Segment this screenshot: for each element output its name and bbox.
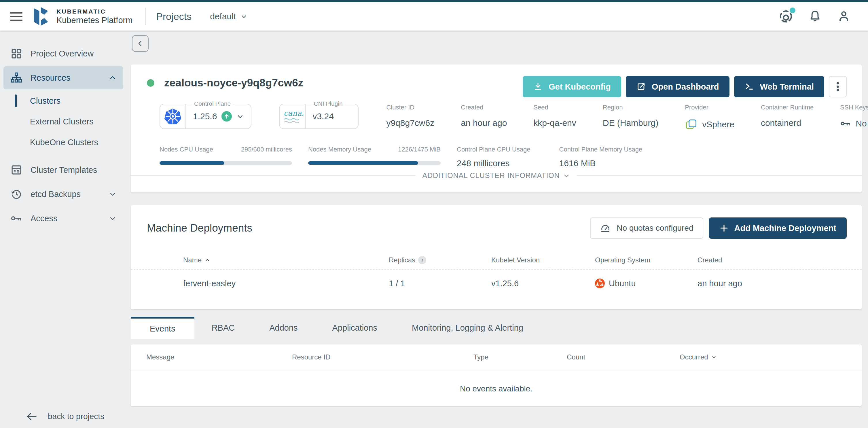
cluster-details-card: zealous-noyce-y9q8g7cw6z Get Kubeconfig <box>131 64 862 192</box>
sidebar-item-resources[interactable]: Resources <box>3 66 123 89</box>
sidebar-item-project-overview[interactable]: Project Overview <box>3 42 123 65</box>
info-provider: Provider vSphere <box>685 104 734 131</box>
chevron-down-icon <box>109 190 116 198</box>
additional-cluster-information-toggle[interactable]: ADDITIONAL CLUSTER INFORMATION <box>415 172 577 180</box>
sidebar-item-label: etcd Backups <box>31 189 81 199</box>
grid-icon <box>10 48 23 60</box>
tab-rbac[interactable]: RBAC <box>194 317 252 339</box>
column-operating-system: Operating System <box>595 256 698 264</box>
sidebar-item-kubeone-clusters[interactable]: KubeOne Clusters <box>0 132 127 153</box>
external-link-icon <box>636 82 646 92</box>
sort-desc-icon <box>711 354 717 360</box>
column-occurred[interactable]: Occurred <box>680 353 862 361</box>
cni-plugin-label: CNI Plugin <box>311 100 345 107</box>
machine-deployment-row[interactable]: fervent-easley 1 / 1 v1.25.6 Ubuntu an h… <box>131 270 862 297</box>
control-plane-memory-usage: Control Plane Memory Usage 1616 MiB <box>559 146 643 168</box>
cluster-tabs: Events RBAC Addons Applications Monitori… <box>131 317 862 339</box>
get-kubeconfig-label: Get Kubeconfig <box>549 82 611 92</box>
app-header: KUBERMATIC Kubernetes Platform Projects … <box>0 2 868 31</box>
key-icon <box>10 212 23 224</box>
machine-deployments-table-header: Name Replicas i Kubelet Version Operatin… <box>131 251 862 270</box>
open-dashboard-button[interactable]: Open Dashboard <box>626 76 730 97</box>
menu-icon[interactable] <box>10 10 23 23</box>
column-name[interactable]: Name <box>183 256 389 264</box>
info-container-runtime: Container Runtime containerd <box>761 104 813 128</box>
nodes-cpu-usage: Nodes CPU Usage 295/600 millicores <box>159 146 292 168</box>
get-kubeconfig-button[interactable]: Get Kubeconfig <box>523 76 621 97</box>
sidebar: Project Overview Resources Clusters Exte… <box>0 31 127 428</box>
main-content: zealous-noyce-y9q8g7cw6z Get Kubeconfig <box>127 31 868 428</box>
info-icon[interactable]: i <box>418 256 426 264</box>
download-icon <box>533 82 543 92</box>
sitemap-icon <box>10 72 23 84</box>
tab-events[interactable]: Events <box>131 317 194 339</box>
terminal-icon <box>744 82 754 92</box>
kebab-icon <box>837 81 839 92</box>
md-kubelet-version: v1.25.6 <box>491 279 595 288</box>
cluster-more-actions-button[interactable] <box>829 76 847 97</box>
add-machine-deployment-label: Add Machine Deployment <box>734 223 837 233</box>
sidebar-item-external-clusters[interactable]: External Clusters <box>0 111 127 132</box>
chevron-left-icon <box>136 39 144 48</box>
ubuntu-icon <box>595 278 605 288</box>
control-plane-version-widget[interactable]: Control Plane 1.25.6 <box>159 104 251 129</box>
cni-plugin-widget: canal CNI Plugin v3.24 <box>279 104 359 129</box>
info-ssh-keys: SSH Keys No assigned keys <box>840 104 868 129</box>
back-button[interactable] <box>132 35 149 52</box>
arrow-left-icon <box>26 412 37 421</box>
additional-cluster-information: ADDITIONAL CLUSTER INFORMATION <box>131 172 862 180</box>
sidebar-item-access[interactable]: Access <box>3 207 123 230</box>
brand-name: KUBERMATIC <box>57 8 132 15</box>
column-kubelet-version: Kubelet Version <box>491 256 595 264</box>
additional-cluster-information-label: ADDITIONAL CLUSTER INFORMATION <box>423 172 560 180</box>
svg-text:canal: canal <box>284 109 303 118</box>
brand-logo[interactable]: KUBERMATIC Kubernetes Platform <box>32 6 132 27</box>
add-machine-deployment-button[interactable]: Add Machine Deployment <box>709 217 847 239</box>
cni-plugin-version: v3.24 <box>312 112 334 121</box>
info-created: Created an hour ago <box>461 104 507 128</box>
chevron-down-icon <box>563 172 570 179</box>
sidebar-item-cluster-templates[interactable]: Cluster Templates <box>3 158 123 181</box>
bell-icon[interactable] <box>808 9 822 23</box>
cluster-name: zealous-noyce-y9q8g7cw6z <box>164 77 303 89</box>
user-icon[interactable] <box>837 9 851 23</box>
cluster-status-dot <box>147 79 154 87</box>
ssh-key-icon <box>840 118 851 129</box>
back-to-projects-link[interactable]: back to projects <box>0 412 104 421</box>
sidebar-item-label: Access <box>31 214 57 223</box>
tab-monitoring-logging-alerting[interactable]: Monitoring, Logging & Alerting <box>395 317 540 339</box>
column-replicas: Replicas i <box>389 256 491 264</box>
md-os: Ubuntu <box>609 279 636 288</box>
project-selector[interactable]: default <box>210 11 247 21</box>
web-terminal-button[interactable]: Web Terminal <box>734 76 824 97</box>
sort-asc-icon <box>205 257 210 263</box>
column-message: Message <box>146 353 292 361</box>
chevron-down-icon <box>109 215 116 222</box>
events-card: Message Resource ID Type Count Occurred … <box>131 344 862 406</box>
events-empty-message: No events available. <box>131 384 862 393</box>
help-wheel-icon[interactable] <box>779 9 793 24</box>
column-type: Type <box>473 353 567 361</box>
plus-icon <box>719 223 728 233</box>
column-count: Count <box>567 353 680 361</box>
nodes-memory-bar <box>308 161 441 165</box>
top-accent-strip <box>0 0 868 2</box>
upgrade-available-icon[interactable] <box>221 111 232 122</box>
sidebar-item-label: Resources <box>31 73 70 83</box>
tab-applications[interactable]: Applications <box>315 317 395 339</box>
sidebar-item-etcd-backups[interactable]: etcd Backups <box>3 183 123 206</box>
quota-chip-label: No quotas configured <box>617 223 693 233</box>
sidebar-item-clusters[interactable]: Clusters <box>0 90 127 111</box>
header-divider <box>145 8 146 25</box>
chevron-down-icon[interactable] <box>237 113 244 120</box>
gauge-icon <box>600 223 611 234</box>
machine-deployments-card: Machine Deployments No quotas configured <box>131 205 862 309</box>
control-plane-cpu-usage: Control Plane CPU Usage 248 millicores <box>457 146 530 168</box>
column-resource-id: Resource ID <box>292 353 473 361</box>
machine-deployments-title: Machine Deployments <box>147 222 252 234</box>
brand-subtitle: Kubernetes Platform <box>57 16 132 25</box>
chevron-up-icon <box>109 74 116 82</box>
notification-badge <box>790 7 796 13</box>
events-table-header: Message Resource ID Type Count Occurred <box>131 344 862 370</box>
tab-addons[interactable]: Addons <box>252 317 315 339</box>
